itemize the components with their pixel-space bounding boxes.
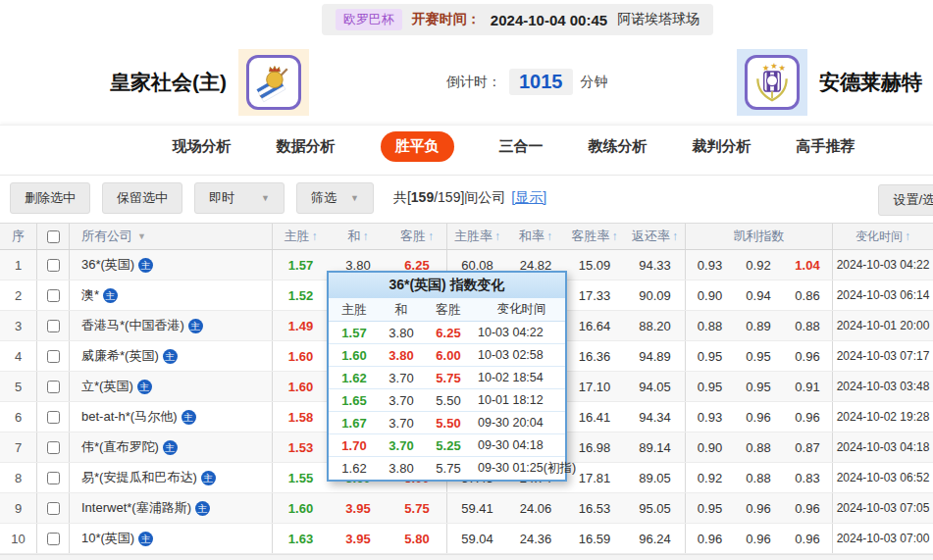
odds-change-popup: 36*(英国) 指数变化 主胜 和 客胜 变化时间 1.573.806.2510… [327, 271, 567, 482]
tab-data-analysis[interactable]: 数据分析 [277, 137, 336, 156]
sort-up-icon: ↑ [672, 229, 678, 243]
home-team-name: 皇家社会(主) [110, 69, 227, 96]
popup-change-time: 10-01 18:12 [474, 393, 565, 407]
popup-row: 1.703.705.2509-30 04:18 [329, 434, 565, 457]
home-odds-cell[interactable]: 1.52 [272, 280, 329, 310]
kelly-cell: 0.88 [685, 311, 734, 340]
away-odds-cell[interactable]: 5.75 [388, 493, 446, 523]
header-draw-odds[interactable]: 和↑ [329, 224, 388, 249]
row-checkbox[interactable] [47, 289, 60, 302]
header-company[interactable]: 所有公司 ▼ [69, 224, 272, 249]
row-checkbox[interactable] [47, 411, 60, 424]
chevron-down-icon: ▼ [261, 193, 270, 203]
company-cell[interactable]: 36*(英国)主 [69, 250, 272, 280]
header-draw-rate[interactable]: 和率↑ [507, 224, 564, 249]
away-odds-cell[interactable]: 5.80 [388, 524, 446, 553]
home-odds-cell[interactable]: 1.60 [272, 372, 329, 401]
tab-referee-analysis[interactable]: 裁判分析 [693, 137, 752, 156]
draw-odds-cell[interactable]: 3.95 [329, 524, 388, 553]
company-cell[interactable]: 香港马*(中国香港)主 [69, 311, 272, 340]
company-cell[interactable]: 易*(安提瓜和巴布达)主 [69, 463, 272, 492]
popup-draw-odds: 3.80 [380, 326, 423, 340]
header-away-odds[interactable]: 客胜↑ [388, 224, 446, 249]
kelly-cell: 0.92 [685, 463, 734, 492]
company-cell[interactable]: 10*(英国)主 [69, 524, 272, 553]
row-checkbox-cell [36, 493, 69, 523]
header-home-odds[interactable]: 主胜↑ [272, 224, 329, 249]
keep-selected-button[interactable]: 保留选中 [102, 182, 182, 214]
away-rate-cell: 17.10 [564, 372, 625, 401]
row-checkbox[interactable] [47, 350, 60, 363]
filter-dropdown[interactable]: 筛选 ▼ [296, 182, 374, 214]
draw-odds-cell[interactable]: 3.95 [329, 493, 388, 523]
home-odds-cell[interactable]: 1.49 [272, 311, 329, 340]
company-name: 易*(安提瓜和巴布达) [81, 469, 197, 486]
payout-rate-cell: 94.34 [625, 402, 685, 432]
popup-row: 1.673.705.5009-30 20:04 [329, 412, 565, 434]
kelly-cell: 0.96 [783, 402, 832, 432]
countdown-label: 倒计时： [446, 74, 501, 91]
company-cell[interactable]: 威廉希*(英国)主 [69, 341, 272, 371]
show-link[interactable]: [显示] [511, 189, 546, 207]
header-away-rate[interactable]: 客胜率↑ [564, 224, 625, 249]
row-seq: 10 [0, 524, 36, 553]
row-checkbox[interactable] [47, 502, 60, 515]
tab-expert-picks[interactable]: 高手推荐 [797, 137, 855, 156]
row-checkbox-cell [36, 372, 69, 401]
away-rate-cell: 15.09 [564, 250, 625, 280]
kelly-cell: 0.88 [783, 311, 832, 340]
header-change-time[interactable]: 变化时间↑ [832, 224, 933, 249]
row-checkbox[interactable] [47, 533, 60, 545]
away-crest-icon: ★ ★ ★ [745, 55, 800, 110]
row-checkbox[interactable] [47, 320, 60, 332]
home-odds-cell[interactable]: 1.63 [272, 524, 329, 553]
home-odds-cell[interactable]: 1.55 [272, 463, 329, 492]
row-checkbox[interactable] [47, 472, 60, 484]
kelly-cell: 1.04 [783, 250, 832, 280]
kelly-cell: 0.88 [734, 433, 783, 462]
company-count-text: 共[159/159]间公司 [393, 189, 505, 207]
company-cell[interactable]: 澳*主 [69, 280, 272, 310]
settings-select-button[interactable]: 设置/选择 [878, 184, 933, 216]
header-payout-rate[interactable]: 返还率↑ [625, 224, 685, 249]
sort-up-icon: ↑ [494, 229, 500, 243]
kelly-cell: 0.95 [685, 341, 734, 371]
company-cell[interactable]: bet-at-h*(马尔他)主 [69, 402, 272, 432]
row-checkbox[interactable] [47, 381, 60, 393]
tab-coach-analysis[interactable]: 教练分析 [589, 137, 648, 156]
tab-live-analysis[interactable]: 现场分析 [173, 137, 232, 156]
row-checkbox[interactable] [47, 259, 60, 272]
payout-rate-cell: 89.14 [625, 433, 685, 462]
home-odds-cell[interactable]: 1.53 [272, 433, 329, 462]
popup-row: 1.573.806.2510-03 04:22 [329, 322, 565, 344]
home-rate-cell: 59.04 [446, 524, 507, 553]
home-odds-cell[interactable]: 1.60 [272, 493, 329, 523]
odds-mode-dropdown[interactable]: 即时 ▼ [194, 182, 285, 214]
company-cell[interactable]: 伟*(直布罗陀)主 [69, 433, 272, 462]
home-odds-cell[interactable]: 1.60 [272, 341, 329, 371]
row-checkbox[interactable] [47, 441, 60, 454]
sort-up-icon: ↑ [363, 229, 369, 243]
home-odds-cell[interactable]: 1.58 [272, 402, 329, 432]
tab-win-draw-lose[interactable]: 胜平负 [381, 131, 454, 162]
home-badge-icon: 主 [138, 258, 153, 273]
home-odds-cell[interactable]: 1.57 [272, 250, 329, 280]
popup-home-odds: 1.65 [329, 393, 380, 408]
company-cell[interactable]: 立*(英国)主 [69, 372, 272, 401]
row-seq: 3 [0, 311, 36, 340]
home-badge-icon: 主 [163, 349, 178, 364]
popup-row: 1.603.806.0010-03 02:58 [329, 344, 565, 367]
tab-three-in-one[interactable]: 三合一 [499, 137, 544, 156]
draw-rate-cell: 24.36 [507, 524, 564, 553]
row-seq: 1 [0, 250, 36, 280]
company-name: 伟*(直布罗陀) [81, 438, 159, 456]
row-checkbox-cell [36, 250, 69, 280]
select-all-checkbox[interactable] [47, 230, 60, 243]
company-name: 立*(英国) [81, 378, 133, 395]
header-seq: 序 [0, 224, 36, 249]
delete-selected-button[interactable]: 删除选中 [10, 182, 90, 214]
header-home-rate[interactable]: 主胜率↑ [446, 224, 507, 249]
away-rate-cell: 16.41 [564, 402, 625, 432]
company-cell[interactable]: Interwet*(塞浦路斯)主 [69, 493, 272, 523]
kelly-cell: 0.96 [783, 524, 832, 553]
